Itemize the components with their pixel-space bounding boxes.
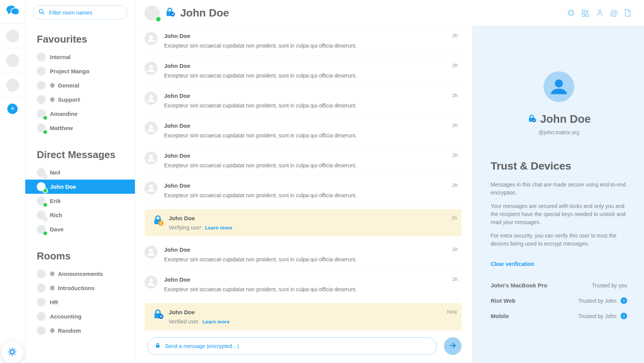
message-text: Excepteur sint occaecat cupidatat non pr… [164,102,442,109]
message-body: John DoeExcepteur sint occaecat cupidata… [164,246,442,262]
sidebar-item-announcements[interactable]: Announcements [25,267,135,281]
sender-name: John Doe [169,215,441,221]
sidebar-item-erik[interactable]: Erik [25,194,135,208]
room-name: Introductions [58,285,95,291]
message-body: John DoeExcepteur sint occaecat cupidata… [164,32,442,49]
presence-dot [43,231,47,235]
device-list: John's MacBook ProTrusted by youRiot Web… [491,282,627,319]
rail-community-1[interactable] [0,24,25,48]
message-timestamp: 1h [442,246,458,252]
room-name: Project Mango [50,68,89,74]
device-row-mobile: MobileTrusted by John! [491,313,627,319]
message-timestamp: 2h [442,182,458,188]
room-avatar [37,168,46,177]
sender-name: John Doe [164,122,442,129]
add-community-button[interactable]: + [7,104,18,114]
sender-name: John Doe [164,92,442,99]
message-text: Excepteur sint occaecat cupidatat non pr… [164,256,442,262]
sender-avatar-icon [145,276,158,290]
chat-column: John DoeExcepteur sint occaecat cupidata… [135,26,472,363]
sender-avatar-icon [145,92,158,106]
device-name: Mobile [491,313,578,319]
settings-fab-button[interactable] [1,341,23,363]
event-body: John DoeVerified userLearn more [169,308,441,325]
room-name: Erik [50,198,61,204]
info-badge-icon[interactable]: ! [621,297,627,304]
lock-verified-icon [152,309,164,321]
main-area: John Doe [135,0,644,363]
room-avatar [37,53,46,61]
filter-rooms-box[interactable] [33,5,127,20]
sidebar-item-rich[interactable]: Rich [25,208,135,222]
verification-event-row: John DoeVerifying userLearn more1h [145,209,462,236]
trust-paragraph: Your messages are secured with locks and… [491,202,627,226]
sender-name: John Doe [164,246,442,253]
message-row: John DoeExcepteur sint occaecat cupidata… [145,116,462,146]
filter-rooms-input[interactable] [48,9,122,16]
app-root: + [0,0,644,363]
room-name: Matthew [50,125,73,131]
presence-dot [43,189,47,193]
room-name: Neil [50,169,61,176]
room-avatar [37,326,46,335]
main-body: John DoeExcepteur sint occaecat cupidata… [135,26,644,363]
search-icon [38,8,45,16]
community-avatar [6,30,19,43]
clear-verification-link[interactable]: Clear verification [491,261,534,267]
message-body: John DoeExcepteur sint occaecat cupidata… [164,122,442,139]
section-title-direct-messages: Direct Messages [37,149,135,161]
room-name: Accounting [50,313,82,320]
message-text: Excepteur sint occaecat cupidatat non pr… [164,192,442,198]
send-button[interactable] [444,337,462,355]
sidebar-item-accounting[interactable]: Accounting [25,309,135,323]
sidebar-item-hr[interactable]: HR [25,295,135,309]
rail-community-3[interactable] [0,73,25,97]
sidebar-item-john-doe[interactable]: John Doe [25,180,135,194]
sidebar-item-matthew[interactable]: Matthew [25,121,135,135]
message-text: Excepteur sint occaecat cupidatat non pr… [164,132,442,139]
presence-dot [43,175,47,178]
message-input-box[interactable] [148,337,437,355]
sender-name: John Doe [164,33,442,39]
room-avatar [37,196,46,205]
send-arrow-icon [449,341,457,351]
rail-community-2[interactable] [0,48,25,73]
sidebar-item-random[interactable]: Random [25,323,135,338]
sidebar-item-dave[interactable]: Dave [25,222,135,236]
learn-more-link[interactable]: Learn more [202,319,230,325]
device-name: John's MacBook Pro [491,282,592,289]
mention-at-icon[interactable]: @ [610,8,618,18]
verification-status: Verified userLearn more [169,318,441,325]
message-input[interactable] [164,343,429,350]
settings-icon[interactable] [567,9,575,17]
sidebar-item-general[interactable]: General [25,78,135,92]
message-text: Excepteur sint occaecat cupidatat non pr… [164,162,442,168]
add-grid-icon[interactable] [581,9,590,17]
sidebar-item-neil[interactable]: Neil [25,165,135,180]
encrypted-verified-lock-icon [527,114,537,124]
sidebar-item-amandine[interactable]: Amandine [25,107,135,121]
app-logo[interactable] [0,0,25,24]
gear-icon [8,347,17,358]
trust-paragraph: Messages in this chat are made secure us… [491,181,627,197]
sender-avatar-icon [145,246,158,260]
sidebar-item-project-mango[interactable]: Project Mango [25,64,135,78]
chat-avatar [145,5,160,21]
sidebar-item-support[interactable]: Support [25,92,135,107]
sender-avatar-icon [145,122,158,136]
verification-event-row: John DoeVerified userLearn moreNow [145,303,462,330]
sidebar-item-internal[interactable]: Internal [25,50,135,64]
trust-description: Messages in this chat are made secure us… [491,181,627,248]
room-name: HR [50,299,58,305]
room-name: General [58,82,79,89]
document-icon[interactable] [624,9,631,17]
section-title-rooms: Rooms [37,250,135,262]
sidebar-item-introductions[interactable]: Introductions [25,281,135,295]
info-badge-icon[interactable]: ! [621,313,627,319]
sender-name: John Doe [164,152,442,159]
message-row: John DoeExcepteur sint occaecat cupidata… [145,26,462,56]
profile-name: John Doe [540,113,591,125]
room-avatar [37,95,46,104]
person-icon[interactable] [596,9,604,17]
learn-more-link[interactable]: Learn more [205,225,232,231]
